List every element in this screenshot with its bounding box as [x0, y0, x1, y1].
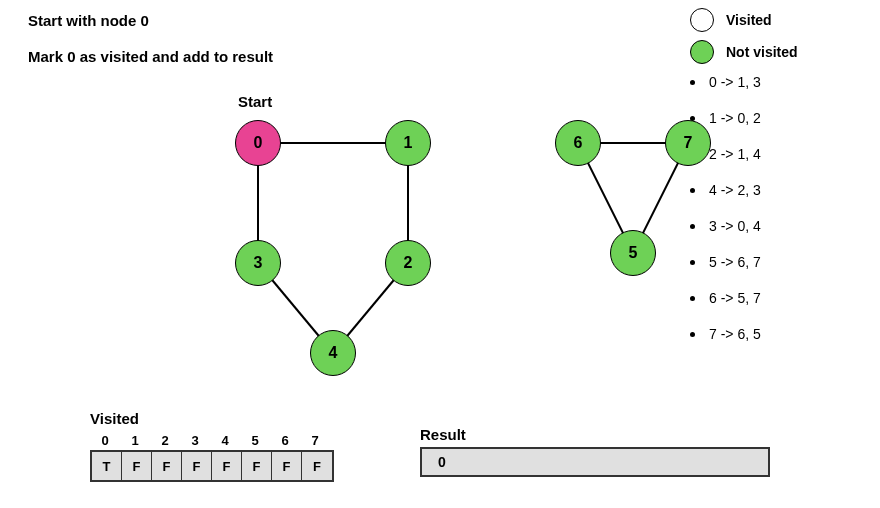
visited-cell: F — [122, 452, 152, 480]
graph-canvas: Start 0 1 2 3 4 5 6 7 — [160, 115, 720, 395]
visited-header: 5 — [240, 433, 270, 450]
visited-title: Visited — [90, 410, 334, 427]
bullet-icon — [690, 80, 695, 85]
legend-visited: Visited — [690, 8, 860, 32]
result-box: 0 — [420, 447, 770, 477]
visited-header: 6 — [270, 433, 300, 450]
legend-notvisited-dot — [690, 40, 714, 64]
node-4: 4 — [310, 330, 356, 376]
visited-header: 2 — [150, 433, 180, 450]
legend-visited-label: Visited — [726, 12, 772, 28]
visited-header: 4 — [210, 433, 240, 450]
node-2: 2 — [385, 240, 431, 286]
legend: Visited Not visited — [690, 8, 860, 72]
node-5: 5 — [610, 230, 656, 276]
visited-array-section: Visited 0 1 2 3 4 5 6 7 T F F F F F F F — [90, 410, 334, 482]
node-0: 0 — [235, 120, 281, 166]
visited-cell: F — [212, 452, 242, 480]
visited-table: 0 1 2 3 4 5 6 7 T F F F F F F F — [90, 433, 334, 482]
result-section: Result 0 — [420, 426, 770, 477]
result-title: Result — [420, 426, 770, 443]
title-line-1: Start with node 0 — [28, 12, 149, 29]
legend-notvisited: Not visited — [690, 40, 860, 64]
visited-cell: T — [92, 452, 122, 480]
node-1: 1 — [385, 120, 431, 166]
title-line-2: Mark 0 as visited and add to result — [28, 48, 273, 65]
visited-header: 0 — [90, 433, 120, 450]
visited-headers: 0 1 2 3 4 5 6 7 — [90, 433, 334, 450]
visited-cell: F — [302, 452, 332, 480]
visited-cell: F — [242, 452, 272, 480]
start-label: Start — [238, 93, 272, 110]
adj-text: 0 -> 1, 3 — [709, 74, 761, 90]
visited-header: 1 — [120, 433, 150, 450]
visited-header: 3 — [180, 433, 210, 450]
visited-cell: F — [182, 452, 212, 480]
node-3: 3 — [235, 240, 281, 286]
visited-cell: F — [152, 452, 182, 480]
legend-visited-dot — [690, 8, 714, 32]
visited-header: 7 — [300, 433, 330, 450]
visited-cell: F — [272, 452, 302, 480]
visited-cells: T F F F F F F F — [90, 450, 334, 482]
adj-item-0: 0 -> 1, 3 — [690, 74, 860, 90]
node-7: 7 — [665, 120, 711, 166]
legend-notvisited-label: Not visited — [726, 44, 798, 60]
node-6: 6 — [555, 120, 601, 166]
